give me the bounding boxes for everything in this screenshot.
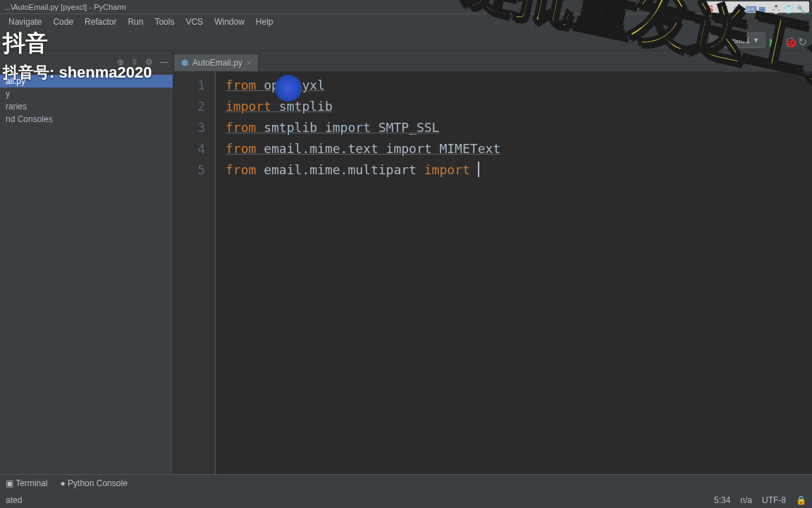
window-title: ...\AutoEmail.py [pyexcl] - PyCharm (4, 3, 126, 11)
run-button[interactable]: ▶ (770, 35, 780, 45)
tab-label: AutoEmail.py (192, 58, 242, 68)
tree-item-consoles[interactable]: nd Consoles (0, 113, 173, 126)
sogou-icon[interactable]: S (708, 2, 718, 12)
code-area[interactable]: from openpyxlimport smtplibfrom smtplib … (216, 72, 812, 474)
menu-run[interactable]: Run (122, 16, 149, 28)
status-bar: ▣ Terminal ● Python Console ated 5:34 n/… (0, 474, 812, 508)
editor-area: ⬢ AutoEmail.py × 1 2 3 4 5 from openpyxl… (173, 51, 812, 474)
file-encoding[interactable]: UTF-8 (762, 495, 786, 505)
menu-code[interactable]: Code (47, 16, 79, 28)
insert-mode[interactable]: n/a (740, 495, 752, 505)
tree-item-y[interactable]: y (0, 87, 173, 100)
grid-icon[interactable]: ▦ (758, 2, 768, 12)
tree-item-libraries[interactable]: raries (0, 100, 173, 113)
watermark-overlay: 抖音 抖音号: shenma2020 (3, 28, 152, 83)
keyboard-icon[interactable]: ⌨ (746, 2, 756, 12)
main-area: ⊕ ⇳ ⚙ — ail.py y raries nd Consoles ⬢ Au… (0, 51, 812, 474)
wrench-icon[interactable]: 🔧 (796, 2, 806, 12)
line-number: 1 (173, 75, 205, 96)
menu-navigate[interactable]: Navigate (3, 16, 47, 28)
debug-button[interactable]: 🐞 (784, 35, 794, 45)
lang-icon[interactable]: 英 (720, 2, 730, 12)
menu-window[interactable]: Window (209, 16, 250, 28)
menu-vcs[interactable]: VCS (180, 16, 209, 28)
window-titlebar: ...\AutoEmail.py [pyexcl] - PyCharm S 英 … (0, 0, 812, 14)
more-button[interactable]: ↻ (798, 35, 808, 45)
status-right-group: 5:34 n/a UTF-8 🔒 (714, 495, 806, 505)
lock-icon[interactable]: 🔒 (796, 495, 806, 505)
line-number: 4 (173, 138, 205, 159)
watermark-title: 抖音 (3, 28, 152, 59)
shirt-icon[interactable]: 👕 (784, 2, 794, 12)
python-console-button[interactable]: ● Python Console (60, 478, 127, 488)
editor-body[interactable]: 1 2 3 4 5 from openpyxlimport smtplibfro… (173, 72, 812, 474)
person-icon[interactable]: ⛄ (771, 2, 781, 12)
editor-tabs: ⬢ AutoEmail.py × (173, 51, 812, 72)
editor-tab-autoemail[interactable]: ⬢ AutoEmail.py × (173, 54, 259, 71)
line-gutter: 1 2 3 4 5 (173, 72, 216, 474)
moon-icon[interactable]: ☾ (733, 2, 743, 12)
close-tab-icon[interactable]: × (247, 59, 251, 67)
menu-tools[interactable]: Tools (149, 16, 180, 28)
hide-icon[interactable]: — (160, 57, 168, 67)
menu-help[interactable]: Help (250, 16, 279, 28)
chevron-down-icon: ▼ (753, 37, 759, 44)
caret-position[interactable]: 5:34 (714, 495, 730, 505)
tool-windows-row: ▣ Terminal ● Python Console (0, 475, 812, 492)
terminal-button[interactable]: ▣ Terminal (6, 478, 47, 488)
run-config-icon: ⬚ (716, 35, 724, 45)
menu-refactor[interactable]: Refactor (79, 16, 122, 28)
status-info-row: ated 5:34 n/a UTF-8 🔒 (0, 492, 812, 508)
system-tray: S 英 ☾ ⌨ ▦ ⛄ 👕 🔧 (705, 1, 809, 13)
main-menubar: Navigate Code Refactor Run Tools VCS Win… (0, 14, 812, 30)
line-number: 3 (173, 117, 205, 138)
python-file-icon: ⬢ (181, 58, 188, 68)
project-panel: ⊕ ⇳ ⚙ — ail.py y raries nd Consoles (0, 51, 173, 474)
line-number: 5 (173, 159, 205, 181)
watermark-subtitle: 抖音号: shenma2020 (3, 62, 152, 83)
run-config-label: test01 (727, 35, 750, 45)
line-number: 2 (173, 96, 205, 117)
run-config-selector[interactable]: ⬚ test01 ▼ (710, 32, 765, 48)
status-left: ated (6, 495, 22, 505)
